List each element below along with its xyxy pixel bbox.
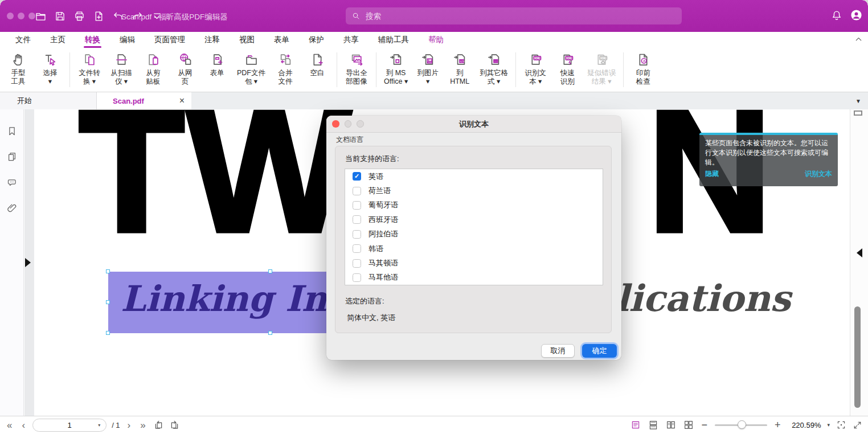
checkbox-unchecked[interactable]: [353, 230, 361, 239]
expand-right-panel-handle[interactable]: [857, 248, 862, 257]
dialog-close-button[interactable]: [332, 120, 339, 128]
view-mode-continuous[interactable]: [648, 420, 658, 430]
zoom-dropdown-icon[interactable]: ▾: [827, 422, 830, 428]
menu-item-view[interactable]: 视图: [230, 32, 264, 48]
checkbox-unchecked[interactable]: [353, 273, 361, 282]
menu-item-edit[interactable]: 编辑: [110, 32, 145, 48]
checkbox-unchecked[interactable]: [353, 187, 361, 195]
tool-recognize-text[interactable]: OCR识别文本 ▾: [519, 48, 551, 92]
language-row[interactable]: 马耳他语: [345, 271, 603, 285]
menu-item-comment[interactable]: 注释: [195, 32, 230, 48]
zoom-slider[interactable]: [715, 424, 767, 426]
menu-item-share[interactable]: 共享: [334, 32, 369, 48]
folder-icon[interactable]: [33, 9, 48, 24]
supported-languages-label: 当前支持的语言:: [345, 154, 399, 164]
sidebar-panel-bookmarks[interactable]: [6, 125, 18, 137]
save-icon[interactable]: [52, 9, 68, 24]
tool-select[interactable]: 选择▾: [34, 48, 66, 92]
previous-view-icon[interactable]: [153, 420, 164, 431]
sidebar-panel-pages[interactable]: [6, 151, 18, 162]
fit-page-icon[interactable]: [836, 420, 846, 430]
to-office-icon: [388, 52, 404, 67]
notifications-bell-icon[interactable]: [830, 9, 843, 22]
language-row[interactable]: 葡萄牙语: [345, 198, 603, 212]
tool-hand-tool[interactable]: 手型工具: [2, 48, 34, 92]
menu-item-help[interactable]: 帮助: [419, 32, 453, 48]
checkbox-unchecked[interactable]: [353, 244, 361, 253]
selection-handle[interactable]: [268, 269, 272, 273]
page-dropdown-icon[interactable]: ▾: [98, 423, 100, 428]
checkbox-unchecked[interactable]: [353, 201, 361, 210]
tab-overflow-icon[interactable]: ▼: [855, 98, 861, 104]
menu-item-accessibility[interactable]: 辅助工具: [369, 32, 419, 48]
tool-to-image[interactable]: 到图片▾: [412, 48, 444, 92]
close-window-button[interactable]: [7, 13, 14, 19]
tool-to-ms-office[interactable]: 到 MSOffice ▾: [380, 48, 412, 92]
tool-quick-recognize[interactable]: OCR快速识别: [551, 48, 583, 92]
next-page-button[interactable]: ›: [125, 420, 133, 430]
previous-page-button[interactable]: ‹: [19, 420, 27, 430]
vertical-scrollbar-thumb[interactable]: [854, 306, 861, 408]
menu-item-home[interactable]: 主页: [40, 32, 75, 48]
next-view-icon[interactable]: [169, 420, 180, 431]
dialog-title-bar[interactable]: 识别文本: [326, 116, 621, 133]
document-language-label: 文档语言: [336, 135, 363, 145]
tool-to-html[interactable]: </>到HTML: [444, 48, 476, 92]
language-list[interactable]: ✓英语荷兰语葡萄牙语西班牙语阿拉伯语韩语马其顿语马耳他语: [345, 169, 603, 285]
language-row[interactable]: 马其顿语: [345, 256, 603, 270]
checkbox-unchecked[interactable]: [353, 259, 361, 268]
checkbox-checked[interactable]: ✓: [353, 172, 361, 181]
scrollbar-top-box[interactable]: [854, 110, 862, 116]
cancel-button[interactable]: 取消: [541, 344, 575, 358]
ok-button[interactable]: 确定: [582, 344, 617, 358]
selection-handle[interactable]: [106, 331, 110, 335]
menu-item-protect[interactable]: 保护: [299, 32, 334, 48]
expand-left-panel-handle[interactable]: [25, 258, 31, 267]
title-bar: Scan.pdf - 福昕高级PDF编辑器: [0, 0, 868, 32]
ocr-text-icon: OCR: [528, 52, 543, 67]
zoom-out-button[interactable]: −: [700, 420, 709, 430]
print-icon[interactable]: [72, 9, 87, 24]
language-row[interactable]: 西班牙语: [345, 212, 603, 227]
fullscreen-icon[interactable]: [853, 420, 862, 430]
user-avatar[interactable]: [850, 9, 863, 22]
sidebar-panel-attachments[interactable]: [6, 202, 18, 214]
view-mode-facing[interactable]: [666, 420, 676, 430]
last-page-button[interactable]: »: [138, 420, 148, 430]
menu-item-page-manage[interactable]: 页面管理: [145, 32, 195, 48]
new-file-icon[interactable]: [91, 9, 107, 24]
view-mode-single-page[interactable]: [630, 420, 641, 430]
hide-notification-link[interactable]: 隐藏: [705, 169, 719, 179]
menu-item-file[interactable]: 文件: [6, 32, 40, 48]
minimize-window-button[interactable]: [18, 13, 24, 19]
page-number-field[interactable]: ▾: [32, 419, 107, 432]
search-input[interactable]: [365, 11, 652, 21]
first-page-button[interactable]: «: [5, 420, 14, 430]
to-other-icon: ···: [486, 52, 502, 67]
language-label: 荷兰语: [369, 186, 391, 196]
language-row[interactable]: 阿拉伯语: [345, 227, 603, 241]
sidebar-panel-comments[interactable]: [6, 177, 18, 188]
toolbar-group: 手型工具选择▾: [2, 48, 66, 92]
checkbox-unchecked[interactable]: [353, 215, 361, 224]
zoom-slider-thumb[interactable]: [738, 420, 746, 429]
language-row[interactable]: 荷兰语: [345, 183, 603, 198]
language-row[interactable]: ✓英语: [345, 169, 603, 183]
svg-text:OCR: OCR: [600, 56, 607, 60]
selection-handle[interactable]: [106, 269, 110, 273]
selection-handle[interactable]: [268, 331, 272, 335]
view-mode-facing-continuous[interactable]: [683, 420, 694, 430]
zoom-in-button[interactable]: +: [773, 420, 782, 430]
recognize-text-link[interactable]: 识别文本: [805, 169, 832, 179]
menu-item-form[interactable]: 表单: [264, 32, 299, 48]
selection-handle[interactable]: [106, 300, 110, 304]
form-icon: [210, 52, 225, 67]
language-row[interactable]: 韩语: [345, 241, 603, 256]
tool-to-other-format[interactable]: ···到其它格式 ▾: [476, 48, 512, 92]
collapse-ribbon-icon[interactable]: [854, 34, 863, 44]
menu-item-convert[interactable]: 转换: [75, 32, 110, 48]
page-number-input[interactable]: [51, 420, 88, 430]
window-title: Scan.pdf - 福昕高级PDF编辑器: [121, 12, 228, 22]
tool-label: 识别文本 ▾: [525, 69, 546, 86]
search-box[interactable]: [346, 7, 682, 24]
